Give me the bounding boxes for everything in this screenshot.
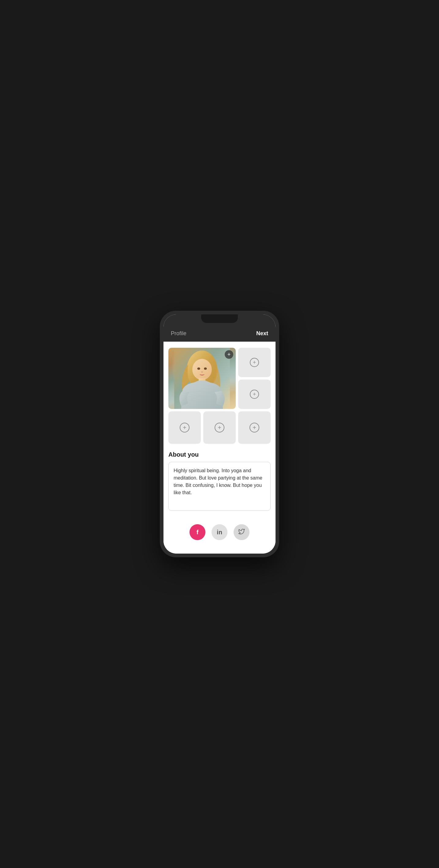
svg-point-2 (192, 359, 212, 380)
photo-slot-2[interactable]: + (238, 348, 271, 377)
bottom-photo-row: + + + (168, 411, 271, 444)
right-photo-column: + + (238, 348, 271, 409)
linkedin-icon: in (217, 529, 222, 536)
linkedin-button[interactable]: in (211, 524, 228, 540)
phone-screen: Profile Next (164, 314, 275, 554)
add-photo-icon-4: + (180, 423, 189, 432)
phone-notch (201, 314, 238, 323)
nav-title: Profile (171, 330, 186, 337)
bio-textarea[interactable]: Highly spiritual being. Into yoga and me… (168, 462, 271, 511)
twitter-button[interactable] (234, 524, 250, 540)
photo-grid: + + + + (168, 348, 271, 444)
social-links-row: f in (168, 519, 271, 548)
twitter-icon (238, 529, 245, 536)
phone-frame: Profile Next (160, 311, 279, 557)
main-photo-add-button[interactable]: + (225, 350, 233, 359)
about-section: About you Highly spiritual being. Into y… (168, 451, 271, 512)
add-photo-icon-3: + (250, 390, 259, 399)
main-photo-slot[interactable]: + (168, 348, 236, 409)
facebook-icon: f (197, 529, 199, 536)
photo-slot-4[interactable]: + (168, 411, 201, 444)
facebook-button[interactable]: f (189, 524, 205, 540)
photo-slot-3[interactable]: + (238, 379, 271, 409)
svg-point-4 (198, 368, 200, 370)
next-button[interactable]: Next (256, 330, 268, 337)
add-photo-icon-2: + (250, 358, 259, 367)
plus-icon: + (228, 352, 231, 357)
photo-slot-5[interactable]: + (203, 411, 236, 444)
add-photo-icon-6: + (250, 423, 259, 432)
svg-point-5 (204, 368, 207, 370)
photo-slot-6[interactable]: + (238, 411, 271, 444)
about-title: About you (168, 451, 271, 458)
main-content: + + + + (164, 342, 275, 554)
add-photo-icon-5: + (214, 423, 225, 432)
